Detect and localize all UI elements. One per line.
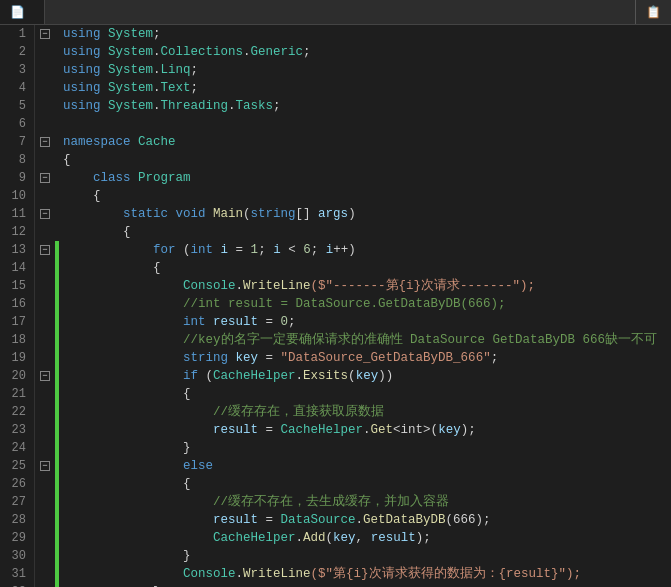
collapse-gutter-cell [35,223,55,241]
code-line[interactable]: for (int i = 1; i < 6; i++) [59,241,671,259]
file-tab[interactable]: 📄 [0,0,45,24]
token: } [63,441,191,455]
line-number: 19 [5,349,26,367]
line-number: 10 [5,187,26,205]
code-line[interactable]: result = CacheHelper.Get<int>(key); [59,421,671,439]
code-line[interactable]: } [59,439,671,457]
code-line[interactable]: //key的名字一定要确保请求的准确性 DataSource GetDataBy… [59,331,671,349]
collapse-minus-icon[interactable]: − [40,371,50,381]
code-line[interactable]: { [59,259,671,277]
token: ++) [333,243,356,257]
token: int [191,243,214,257]
code-line[interactable]: static void Main(string[] args) [59,205,671,223]
code-area[interactable]: using System;using System.Collections.Ge… [59,25,671,587]
code-line[interactable]: //缓存存在，直接获取原数据 [59,403,671,421]
code-line[interactable]: using System.Text; [59,79,671,97]
token: System [108,45,153,59]
token: } [63,549,191,563]
token: Main [213,207,243,221]
code-line[interactable]: using System.Collections.Generic; [59,43,671,61]
token: = [258,513,281,527]
collapse-gutter-cell [35,511,55,529]
code-line[interactable]: result = DataSource.GetDataByDB(666); [59,511,671,529]
token [63,243,153,257]
collapse-gutter-cell [35,403,55,421]
code-line[interactable]: Console.WriteLine($"-------第{i}次请求------… [59,277,671,295]
token: i [273,243,281,257]
code-line[interactable]: { [59,151,671,169]
collapse-gutter-cell [35,583,55,587]
collapse-minus-icon[interactable]: − [40,29,50,39]
token: result [213,423,258,437]
token: CacheHelper [213,369,296,383]
collapse-gutter-cell [35,43,55,61]
code-line[interactable]: CacheHelper.Add(key, result); [59,529,671,547]
code-line[interactable]: { [59,385,671,403]
code-line[interactable]: { [59,475,671,493]
code-line[interactable]: Console.WriteLine($"第{i}次请求获得的数据为：{resul… [59,565,671,583]
code-line[interactable]: using System.Threading.Tasks; [59,97,671,115]
code-line[interactable]: } [59,547,671,565]
collapse-minus-icon[interactable]: − [40,245,50,255]
code-line[interactable] [59,115,671,133]
collapse-minus-icon[interactable]: − [40,137,50,147]
token: ( [176,243,191,257]
code-line[interactable]: using System; [59,25,671,43]
line-number: 28 [5,511,26,529]
collapse-minus-icon[interactable]: − [40,173,50,183]
token [63,495,213,509]
token: . [228,99,236,113]
token [63,333,183,347]
code-line[interactable]: if (CacheHelper.Exsits(key)) [59,367,671,385]
token: ; [273,99,281,113]
collapse-gutter-cell[interactable]: − [35,205,55,223]
token: "DataSource_GetDataByDB_666" [281,351,491,365]
code-line[interactable]: class Program [59,169,671,187]
code-line[interactable]: string key = "DataSource_GetDataByDB_666… [59,349,671,367]
collapse-gutter-cell [35,115,55,133]
collapse-gutter-cell[interactable]: − [35,25,55,43]
token: static [123,207,176,221]
token [63,369,183,383]
token: . [153,99,161,113]
line-number: 9 [5,169,26,187]
collapse-gutter-cell[interactable]: − [35,367,55,385]
code-line[interactable]: namespace Cache [59,133,671,151]
token: = [258,423,281,437]
collapse-minus-icon[interactable]: − [40,461,50,471]
line-number: 24 [5,439,26,457]
token: <int>( [393,423,438,437]
token: . [153,45,161,59]
code-line[interactable]: { [59,187,671,205]
code-line[interactable]: int result = 0; [59,313,671,331]
collapse-gutter-cell[interactable]: − [35,241,55,259]
line-number: 4 [5,79,26,97]
line-number: 22 [5,403,26,421]
code-line[interactable]: else [59,457,671,475]
collapse-gutter-cell[interactable]: − [35,133,55,151]
token: ( [198,369,213,383]
editor-area: 1234567891011121314151617181920212223242… [0,25,671,587]
code-line[interactable]: } [59,583,671,587]
breadcrumb-icon: 📋 [646,5,661,20]
token [63,315,183,329]
collapse-gutter-cell [35,421,55,439]
collapse-gutter-cell [35,259,55,277]
code-line[interactable]: //缓存不存在，去生成缓存，并加入容器 [59,493,671,511]
collapse-gutter-cell [35,277,55,295]
token: = [258,351,281,365]
token: using [63,27,101,41]
line-number: 16 [5,295,26,313]
collapse-gutter-cell [35,79,55,97]
code-line[interactable]: { [59,223,671,241]
collapse-minus-icon[interactable]: − [40,209,50,219]
collapse-gutter-cell [35,565,55,583]
token: key [438,423,461,437]
line-number: 31 [5,565,26,583]
token: void [176,207,214,221]
code-line[interactable]: //int result = DataSource.GetDataByDB(66… [59,295,671,313]
collapse-gutter-cell[interactable]: − [35,457,55,475]
code-line[interactable]: using System.Linq; [59,61,671,79]
collapse-gutter-cell[interactable]: − [35,169,55,187]
token: 0 [281,315,289,329]
